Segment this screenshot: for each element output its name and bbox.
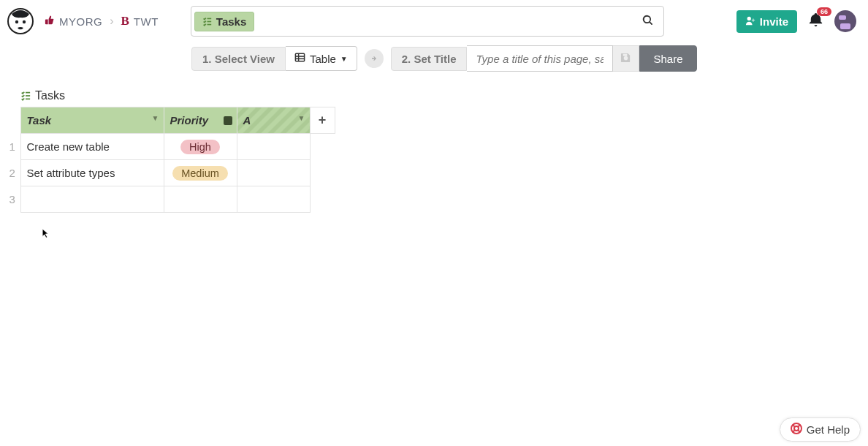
- table-title: Tasks: [20, 89, 868, 102]
- save-icon: [620, 52, 631, 66]
- table-icon: [294, 52, 305, 65]
- column-priority-label: Priority: [170, 114, 209, 126]
- svg-line-17: [798, 430, 800, 432]
- cell-task[interactable]: [20, 186, 164, 213]
- column-priority[interactable]: Priority: [164, 107, 237, 134]
- table-title-text: Tasks: [35, 89, 65, 102]
- notifications-button[interactable]: 66: [807, 12, 824, 31]
- search-icon[interactable]: [642, 15, 653, 29]
- help-icon: [791, 423, 802, 436]
- project-icon: B: [121, 14, 129, 29]
- view-toolbar: 1. Select View Table ▼ 2. Set Title Shar…: [0, 42, 868, 75]
- priority-tag: Medium: [172, 166, 228, 181]
- header-bar: MYORG › B TWT Tasks Invite: [0, 0, 868, 42]
- step-arrow-icon: [365, 49, 384, 68]
- caret-down-icon: ▼: [298, 114, 305, 122]
- header-actions: Invite 66: [736, 10, 861, 33]
- breadcrumb-org[interactable]: MYORG: [59, 15, 102, 28]
- row-number: 3: [7, 186, 20, 213]
- chevron-right-icon: ›: [110, 15, 113, 28]
- cell-new[interactable]: [237, 160, 310, 186]
- search-box[interactable]: Tasks: [191, 6, 664, 37]
- invite-button[interactable]: Invite: [736, 10, 797, 33]
- column-task[interactable]: Task ▼: [20, 107, 164, 134]
- svg-point-2: [23, 20, 26, 23]
- avatar[interactable]: [834, 10, 856, 32]
- user-plus-icon: [745, 15, 755, 28]
- tasks-table: Task ▼ Priority A ▼ + 1Create new tableH…: [7, 107, 335, 213]
- cell-new[interactable]: [237, 134, 310, 160]
- svg-rect-7: [295, 53, 304, 61]
- cell-priority[interactable]: [164, 186, 237, 213]
- caret-down-icon: ▼: [152, 114, 159, 122]
- table-row: 2Set attribute typesMedium: [7, 160, 335, 186]
- add-column-button[interactable]: +: [310, 107, 335, 134]
- svg-point-1: [15, 20, 18, 23]
- invite-label: Invite: [760, 15, 788, 28]
- svg-line-18: [798, 425, 800, 427]
- row-number: 1: [7, 134, 20, 160]
- cell-task[interactable]: Set attribute types: [20, 160, 164, 186]
- breadcrumb-project[interactable]: TWT: [134, 15, 159, 28]
- svg-line-16: [793, 425, 795, 427]
- cell-priority[interactable]: Medium: [164, 160, 237, 186]
- breadcrumb: MYORG › B TWT: [44, 14, 159, 29]
- app-logo[interactable]: [7, 8, 34, 34]
- share-button[interactable]: Share: [639, 45, 696, 72]
- thumbs-up-icon: [44, 15, 55, 28]
- save-button[interactable]: [613, 45, 639, 72]
- table-row: 3: [7, 186, 335, 213]
- cell-task[interactable]: Create new table: [20, 134, 164, 160]
- rownum-header: [7, 107, 20, 134]
- search-chip[interactable]: Tasks: [194, 12, 254, 31]
- notification-badge: 66: [817, 7, 831, 16]
- priority-tag: High: [180, 140, 220, 154]
- column-new[interactable]: A ▼: [237, 107, 310, 134]
- cell-new[interactable]: [237, 186, 310, 213]
- table-header-row: Task ▼ Priority A ▼ +: [7, 107, 335, 134]
- mouse-cursor-icon: [42, 228, 50, 240]
- get-help-button[interactable]: Get Help: [780, 417, 861, 442]
- svg-line-19: [793, 430, 795, 432]
- step-1-label: 1. Select View: [191, 47, 286, 71]
- step-2-label: 2. Set Title: [391, 47, 468, 71]
- column-task-label: Task: [27, 114, 52, 126]
- cell-priority[interactable]: High: [164, 134, 237, 160]
- bell-icon: [807, 18, 824, 31]
- view-select[interactable]: Table ▼: [286, 46, 357, 71]
- view-select-label: Table: [310, 53, 336, 65]
- tasks-icon: [202, 17, 212, 26]
- search-chip-label: Tasks: [216, 15, 246, 28]
- row-number: 2: [7, 160, 20, 186]
- column-new-label: A: [243, 114, 251, 126]
- caret-down-icon: ▼: [340, 55, 348, 63]
- plus-icon: +: [319, 113, 327, 127]
- get-help-label: Get Help: [807, 423, 850, 436]
- svg-point-6: [747, 16, 750, 20]
- page-title-input[interactable]: [467, 45, 613, 72]
- tasks-icon: [20, 91, 31, 101]
- column-control-icon[interactable]: [224, 116, 232, 125]
- table-row: 1Create new tableHigh: [7, 134, 335, 160]
